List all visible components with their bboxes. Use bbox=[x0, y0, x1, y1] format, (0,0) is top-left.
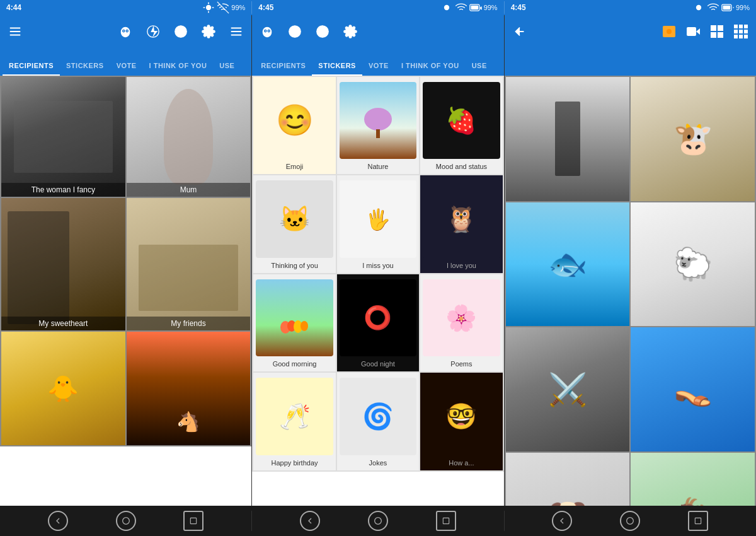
photo-legs-bags[interactable]: 👡 bbox=[631, 327, 755, 452]
photo-wool[interactable]: 🐑 bbox=[631, 202, 755, 327]
lifesaver-icon-1[interactable] bbox=[172, 23, 190, 40]
owl-icon-2[interactable] bbox=[258, 23, 276, 40]
photo-cows[interactable]: 🐮 bbox=[631, 77, 755, 201]
battery-3: 99% bbox=[736, 4, 750, 11]
sticker-thinking[interactable]: 🐱 Thinking of you bbox=[253, 175, 335, 272]
tab-recipients-2[interactable]: RECIPIENTS bbox=[255, 57, 312, 76]
panels-container: RECIPIENTS STICKERS VOTE I THINK OF YOU … bbox=[0, 15, 756, 506]
recipient-woman[interactable]: The woman I fancy bbox=[1, 77, 125, 197]
flash-icon-1[interactable] bbox=[144, 23, 162, 40]
tab-vote-2[interactable]: VOTE bbox=[362, 57, 395, 76]
sticker-jokes[interactable]: 🌀 Jokes bbox=[337, 373, 419, 470]
svg-point-7 bbox=[121, 27, 130, 37]
tab-stickers-2[interactable]: STICKERS bbox=[312, 57, 362, 76]
tab-ithink-1[interactable]: I THINK OF YOU bbox=[143, 57, 214, 76]
photo-dog-cow[interactable]: 🐶 bbox=[506, 453, 630, 506]
svg-point-40 bbox=[667, 29, 672, 34]
recipient-mum-label: Mum bbox=[127, 183, 251, 197]
tab-bar-1: RECIPIENTS STICKERS VOTE I THINK OF YOU … bbox=[0, 48, 251, 76]
recent-btn-2[interactable] bbox=[436, 511, 456, 531]
sticker-emoji[interactable]: 😊 Emoji bbox=[253, 77, 335, 174]
sticker-mood-label: Mood and status bbox=[436, 163, 487, 170]
recipient-sunset[interactable]: 🐴 bbox=[127, 332, 251, 445]
home-btn-3[interactable] bbox=[620, 511, 640, 531]
menu-icon-1b[interactable] bbox=[227, 23, 245, 40]
tab-use-1[interactable]: USE bbox=[213, 57, 241, 76]
grid-icon[interactable] bbox=[708, 23, 726, 40]
sticker-emoji-label: Emoji bbox=[286, 163, 304, 170]
home-btn-2[interactable] bbox=[368, 511, 388, 531]
sticker-mood[interactable]: 🍓 Mood and status bbox=[420, 77, 502, 174]
svg-point-11 bbox=[127, 30, 128, 32]
flash-icon-2[interactable] bbox=[286, 23, 304, 40]
status-icons-1: 99% bbox=[202, 1, 245, 14]
sticker-miss[interactable]: 🖐️ I miss you bbox=[337, 175, 419, 272]
svg-point-38 bbox=[301, 321, 308, 331]
sticker-nature[interactable]: Nature bbox=[337, 77, 419, 174]
svg-point-24 bbox=[268, 30, 270, 32]
sticker-poems[interactable]: 🌸 Poems bbox=[420, 274, 502, 371]
menu-icon-1[interactable] bbox=[6, 23, 24, 40]
tab-bar-2: RECIPIENTS STICKERS VOTE I THINK OF YOU … bbox=[252, 48, 503, 76]
tab-use-2[interactable]: USE bbox=[466, 57, 493, 76]
svg-rect-41 bbox=[687, 27, 696, 36]
tab-vote-1[interactable]: VOTE bbox=[110, 57, 143, 76]
panel-recipients: RECIPIENTS STICKERS VOTE I THINK OF YOU … bbox=[0, 15, 252, 506]
nav-segment-3 bbox=[505, 511, 756, 531]
svg-rect-3 bbox=[471, 6, 478, 10]
back-btn-2[interactable] bbox=[300, 511, 320, 531]
recipient-mum[interactable]: Mum bbox=[127, 77, 251, 197]
status-segment-3: 4:45 99% bbox=[505, 1, 756, 14]
photo-knight[interactable]: ⚔️ bbox=[506, 327, 630, 452]
recipient-sweetheart[interactable]: My sweetheart bbox=[1, 198, 125, 330]
tab-recipients-1[interactable]: RECIPIENTS bbox=[3, 57, 60, 76]
time-2: 4:45 bbox=[258, 3, 273, 12]
svg-rect-50 bbox=[734, 30, 738, 33]
stickers-content: 😊 Emoji Nature 🍓 Mood and status bbox=[252, 76, 503, 506]
sticker-morning[interactable]: Good morning bbox=[253, 274, 335, 371]
gear-icon-2[interactable] bbox=[341, 23, 359, 40]
back-icon[interactable] bbox=[511, 23, 529, 40]
svg-point-23 bbox=[265, 30, 266, 32]
photo-goldfish[interactable]: 🐟 bbox=[506, 202, 630, 327]
status-icons-2: 99% bbox=[440, 1, 498, 14]
sticker-birthday[interactable]: 🥂 Happy birthday bbox=[253, 373, 335, 470]
svg-rect-45 bbox=[711, 32, 716, 38]
svg-rect-49 bbox=[744, 25, 748, 28]
sticker-night-label: Good night bbox=[361, 360, 395, 368]
recent-btn-1[interactable] bbox=[183, 511, 203, 531]
battery-2: 99% bbox=[484, 4, 498, 11]
photo-icon[interactable] bbox=[660, 23, 678, 40]
svg-point-58 bbox=[375, 518, 382, 525]
recipient-friends[interactable]: My friends bbox=[127, 198, 251, 330]
photo-goat[interactable]: 🐐 bbox=[631, 453, 755, 506]
owl-icon-1[interactable] bbox=[117, 23, 134, 40]
recipient-chicks[interactable]: 🐥 bbox=[1, 332, 125, 445]
svg-rect-34 bbox=[376, 129, 380, 138]
home-btn-1[interactable] bbox=[116, 511, 136, 531]
video-icon[interactable] bbox=[684, 23, 702, 40]
svg-rect-47 bbox=[734, 25, 738, 28]
tab-stickers-1[interactable]: STICKERS bbox=[60, 57, 110, 76]
svg-rect-52 bbox=[744, 30, 748, 33]
sticker-how[interactable]: 🤓 How a... bbox=[420, 373, 502, 470]
sticker-love[interactable]: 🦉 I love you bbox=[420, 175, 502, 272]
grid-dots-icon[interactable] bbox=[732, 23, 750, 40]
sticker-miss-label: I miss you bbox=[362, 262, 394, 269]
back-btn-1[interactable] bbox=[48, 511, 68, 531]
gear-icon-1[interactable] bbox=[200, 23, 217, 40]
recipient-sweetheart-label: My sweetheart bbox=[1, 317, 125, 330]
recent-btn-3[interactable] bbox=[688, 511, 708, 531]
status-bar: 4:44 99% 4:45 99% 4:45 99% bbox=[0, 0, 756, 15]
time-3: 4:45 bbox=[511, 3, 526, 12]
tab-ithink-2[interactable]: I THINK OF YOU bbox=[395, 57, 466, 76]
svg-rect-48 bbox=[739, 25, 743, 28]
svg-point-60 bbox=[627, 518, 634, 525]
svg-rect-61 bbox=[695, 518, 701, 523]
back-btn-3[interactable] bbox=[552, 511, 572, 531]
svg-point-0 bbox=[206, 5, 211, 10]
lifesaver-icon-2[interactable] bbox=[314, 23, 331, 40]
svg-rect-43 bbox=[711, 25, 716, 31]
sticker-night[interactable]: ⭕ Good night bbox=[337, 274, 419, 371]
photo-skiing[interactable] bbox=[506, 77, 630, 201]
